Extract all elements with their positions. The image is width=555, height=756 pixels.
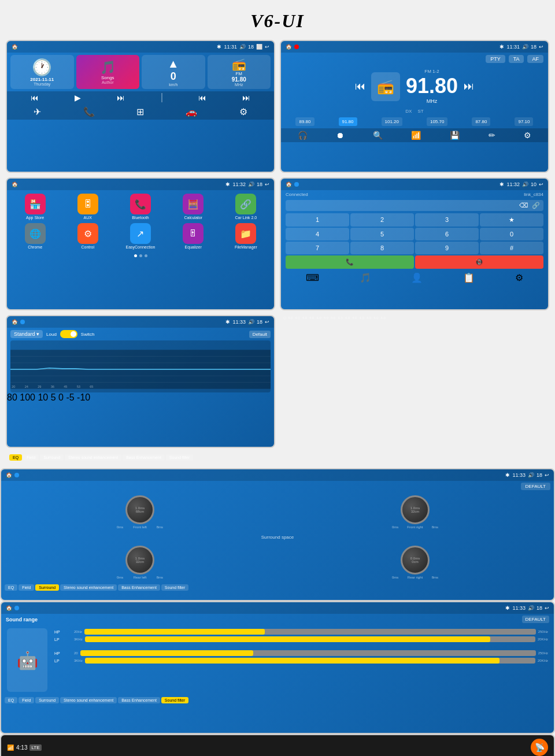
home-icon-2[interactable]: 🏠 — [286, 44, 292, 50]
surr-tab-bass[interactable]: Bass Enhancement — [118, 584, 160, 591]
eq-tab-surround[interactable]: Surround — [40, 454, 64, 461]
surround-default-btn[interactable]: DEFAULT — [521, 483, 550, 490]
app-store-item[interactable]: 🏪 App Store — [10, 194, 60, 220]
rr-knob[interactable]: 0.0ms0cm — [401, 546, 430, 575]
dial-3[interactable]: 3 — [415, 213, 479, 227]
preset-1[interactable]: 89.80 — [295, 117, 314, 126]
home-icon[interactable]: 🏠 — [12, 44, 18, 50]
back-icon-7[interactable]: ↩ — [545, 605, 549, 611]
toggle-icon[interactable]: ⏺ — [336, 131, 344, 140]
fl-knob[interactable]: 1.0ms68cm — [125, 495, 154, 524]
bluetooth-item[interactable]: 📞 Bluetooth — [116, 194, 165, 220]
prev-btn[interactable]: ⏮ — [31, 93, 39, 102]
back-icon[interactable]: ↩ — [265, 44, 269, 50]
dial-5[interactable]: 5 — [350, 228, 414, 240]
equalizer-item[interactable]: 🎚 Equalizer — [169, 223, 218, 249]
settings-icon[interactable]: ⚙ — [239, 106, 247, 117]
car-icon[interactable]: 🚗 — [186, 106, 197, 117]
keypad-icon[interactable]: ⌨ — [306, 272, 319, 283]
sr-tab-eq[interactable]: EQ — [5, 697, 17, 703]
play-btn[interactable]: ▶ — [75, 93, 81, 102]
surr-tab-field[interactable]: Field — [18, 584, 34, 591]
sr-tab-stereo[interactable]: Stereo sound enhancement — [60, 697, 117, 703]
search-icon[interactable]: 🔍 — [373, 131, 383, 140]
dial-7[interactable]: 7 — [286, 242, 349, 254]
dial-1[interactable]: 1 — [286, 213, 349, 227]
dial-6[interactable]: 6 — [415, 228, 479, 240]
home-icon-3[interactable]: 🏠 — [12, 181, 18, 187]
sr-tab-bass[interactable]: Bass Enhancement — [118, 697, 160, 703]
eq-tab-filter[interactable]: Sound filter — [166, 454, 193, 461]
dial-2[interactable]: 2 — [350, 213, 414, 227]
surr-tab-stereo[interactable]: Stereo sound enhancement — [60, 584, 117, 591]
sr-tab-field[interactable]: Field — [18, 697, 34, 703]
back-icon-2[interactable]: ↩ — [539, 44, 543, 50]
end-btn[interactable]: 📵 — [415, 255, 543, 269]
preset-2[interactable]: 91.80 — [339, 117, 357, 126]
dialer-input[interactable]: ⌫ 🔗 — [286, 200, 543, 211]
lp2-track[interactable] — [85, 658, 535, 664]
ta-btn[interactable]: TA — [509, 55, 524, 63]
dial-9[interactable]: 9 — [415, 242, 479, 254]
send-icon[interactable]: ✈ — [34, 106, 41, 117]
back-icon-5[interactable]: ↩ — [265, 319, 269, 325]
preset-dropdown[interactable]: Standard ▾ — [10, 330, 43, 338]
control-item[interactable]: ⚙ Control — [63, 223, 112, 249]
calculator-item[interactable]: 🧮 Calculator — [169, 194, 218, 220]
switch-label[interactable]: Switch — [81, 332, 95, 337]
default-label[interactable]: Default — [249, 331, 271, 338]
headphone-icon[interactable]: 🎧 — [298, 131, 308, 140]
dial-star[interactable]: ★ — [480, 213, 543, 227]
dial-settings-icon[interactable]: ⚙ — [515, 272, 523, 283]
soundrange-default-btn[interactable]: DEFAULT — [522, 616, 549, 623]
eq-tab-field[interactable]: Field — [23, 454, 39, 461]
prev2-btn[interactable]: ⏮ — [198, 93, 206, 102]
home-icon-4[interactable]: 🏠 — [286, 181, 292, 187]
hp1-track[interactable] — [84, 629, 536, 635]
preset-6[interactable]: 97.10 — [515, 117, 533, 126]
back-icon-6[interactable]: ↩ — [545, 472, 549, 478]
hp2-track[interactable] — [80, 650, 536, 656]
home-icon-7[interactable]: 🏠 — [6, 605, 12, 611]
rl-knob[interactable]: 1.0ms32cm — [125, 546, 154, 575]
backspace-icon[interactable]: ⌫ — [519, 202, 528, 209]
filemanager-item[interactable]: 📁 FileManager — [221, 223, 271, 249]
fr-knob[interactable]: 1.0ms32cm — [401, 495, 430, 524]
dial-4[interactable]: 4 — [286, 228, 349, 240]
save-icon[interactable]: 💾 — [450, 131, 460, 140]
calllog-icon[interactable]: 📋 — [463, 272, 475, 283]
surr-tab-surround[interactable]: Surround — [35, 584, 59, 591]
back-icon-3[interactable]: ↩ — [265, 181, 269, 187]
aux-item[interactable]: 🎛 AUX — [63, 194, 112, 220]
next2-btn[interactable]: ⏭ — [242, 93, 250, 102]
home-icon-6[interactable]: 🏠 — [6, 472, 12, 478]
easyconnect-item[interactable]: ↗ EasyConnection — [116, 223, 165, 249]
eq-tab-bass[interactable]: Bass Enhancement — [123, 454, 165, 461]
call-btn[interactable]: 📞 — [286, 255, 414, 269]
radio-settings-icon[interactable]: ⚙ — [524, 131, 531, 140]
lp1-track[interactable] — [85, 636, 535, 642]
surr-tab-eq[interactable]: EQ — [5, 584, 17, 591]
pty-btn[interactable]: PTY — [486, 55, 505, 63]
contacts-icon[interactable]: 👤 — [411, 272, 423, 283]
next-btn[interactable]: ⏭ — [117, 93, 125, 102]
eq-tab-stereo[interactable]: Stereo sound enhancement — [65, 454, 121, 461]
dial-8[interactable]: 8 — [350, 242, 414, 254]
dial-hash[interactable]: # — [480, 242, 543, 254]
preset-4[interactable]: 105.70 — [427, 117, 447, 126]
apps-icon[interactable]: ⊞ — [136, 106, 144, 117]
phone-icon[interactable]: 📞 — [83, 106, 95, 117]
sr-tab-surround[interactable]: Surround — [35, 697, 59, 703]
prev-station-btn[interactable]: ⏮ — [355, 80, 365, 92]
chrome-item[interactable]: 🌐 Chrome — [10, 223, 60, 249]
af-btn[interactable]: AF — [527, 55, 543, 63]
next-station-btn[interactable]: ⏭ — [464, 80, 474, 92]
loud-toggle[interactable] — [60, 330, 77, 338]
carlink-item[interactable]: 🔗 Car Link 2.0 — [221, 194, 271, 220]
eq-tab-eq[interactable]: EQ — [9, 454, 22, 461]
sr-tab-filter[interactable]: Sound filter — [161, 697, 188, 703]
edit-icon[interactable]: ✏ — [489, 131, 495, 140]
music-icon[interactable]: 🎵 — [360, 272, 371, 283]
preset-3[interactable]: 101.20 — [382, 117, 402, 126]
dial-0[interactable]: 0 — [480, 228, 543, 240]
